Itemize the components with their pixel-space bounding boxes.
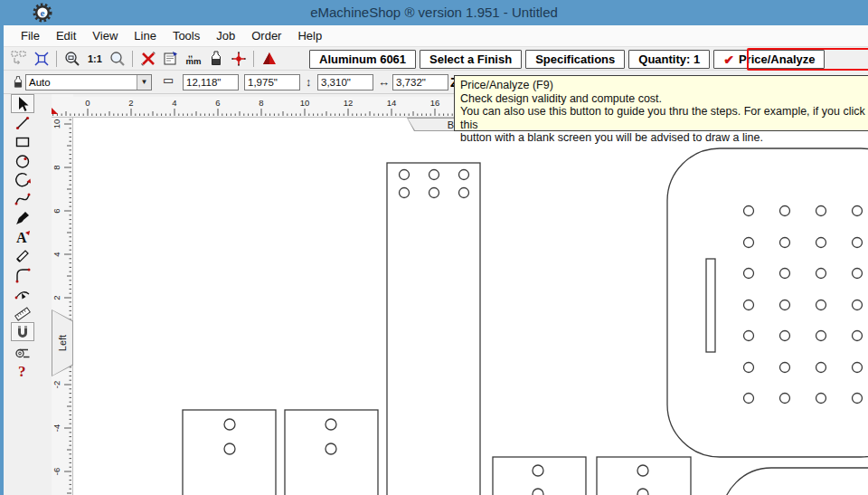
- menu-file[interactable]: File: [13, 26, 48, 45]
- drill-hole[interactable]: [853, 238, 863, 248]
- drill-hole[interactable]: [326, 443, 336, 454]
- menu-help[interactable]: Help: [289, 26, 330, 45]
- combo-dropdown-arrow[interactable]: ▼: [137, 75, 151, 90]
- red-checkmark-icon: ✔: [723, 52, 734, 67]
- drill-hole[interactable]: [400, 170, 410, 180]
- specifications-button[interactable]: Specifications: [525, 50, 625, 69]
- drill-hole[interactable]: [853, 300, 863, 310]
- properties-icon[interactable]: [159, 49, 182, 69]
- drill-hole[interactable]: [637, 489, 648, 495]
- delete-icon[interactable]: [137, 49, 159, 69]
- drill-hole[interactable]: [224, 443, 235, 454]
- drill-hole[interactable]: [780, 300, 790, 310]
- knife-tool[interactable]: [11, 246, 34, 265]
- drill-hole[interactable]: [429, 170, 439, 180]
- drill-hole[interactable]: [816, 394, 826, 404]
- measure-tool[interactable]: [11, 303, 34, 322]
- drawing-canvas[interactable]: [73, 118, 868, 495]
- fillet-tool[interactable]: [11, 265, 34, 284]
- units-mm-icon[interactable]: ,,mm: [182, 49, 204, 69]
- part-outline[interactable]: [285, 410, 378, 495]
- drill-hole[interactable]: [744, 238, 754, 248]
- tab-left-view[interactable]: Left: [52, 309, 73, 376]
- menu-view[interactable]: View: [84, 26, 126, 45]
- drill-hole[interactable]: [637, 465, 648, 476]
- drill-hole[interactable]: [816, 269, 826, 279]
- width-field[interactable]: [183, 74, 239, 90]
- button-label: Specifications: [535, 52, 615, 66]
- zoom-in-icon[interactable]: [106, 49, 128, 69]
- spline-tool[interactable]: [11, 189, 34, 208]
- drill-hole[interactable]: [744, 206, 754, 216]
- view-3d-icon[interactable]: [258, 49, 280, 69]
- unroll-tool[interactable]: [11, 341, 34, 360]
- drill-hole[interactable]: [744, 363, 754, 373]
- quantity-1-button[interactable]: Quantity: 1: [628, 50, 710, 69]
- drill-hole[interactable]: [853, 331, 863, 341]
- zoom-window-icon[interactable]: [61, 49, 83, 69]
- drill-hole[interactable]: [459, 188, 469, 198]
- drill-hole[interactable]: [744, 394, 754, 404]
- drill-hole[interactable]: [816, 331, 826, 341]
- drill-hole[interactable]: [816, 363, 826, 373]
- drill-hole[interactable]: [459, 170, 469, 180]
- drill-hole[interactable]: [816, 300, 826, 310]
- drill-hole[interactable]: [533, 465, 543, 476]
- menu-line[interactable]: Line: [126, 26, 165, 45]
- multi-view-icon[interactable]: [7, 49, 30, 69]
- text-tool[interactable]: A: [11, 227, 34, 246]
- drill-hole[interactable]: [853, 363, 863, 373]
- drill-hole[interactable]: [400, 188, 410, 198]
- fill-style-icon[interactable]: [11, 74, 25, 90]
- menu-order[interactable]: Order: [243, 26, 289, 45]
- line-style-select[interactable]: Auto ▼: [25, 74, 152, 90]
- drill-hole[interactable]: [326, 419, 336, 430]
- fill-style-icon[interactable]: [204, 49, 227, 69]
- drill-hole[interactable]: [816, 238, 826, 248]
- drill-hole[interactable]: [780, 394, 790, 404]
- pos-y-field[interactable]: [317, 74, 373, 90]
- drill-hole[interactable]: [224, 419, 235, 430]
- toolbar-separator: [56, 51, 57, 67]
- drill-hole[interactable]: [780, 363, 790, 373]
- drill-hole[interactable]: [744, 269, 754, 279]
- part-outline[interactable]: [667, 148, 868, 457]
- circle-tool[interactable]: [11, 151, 34, 170]
- price-analyze-button[interactable]: ✔Price/Analyze: [713, 50, 825, 69]
- select-a-finish-button[interactable]: Select a Finish: [420, 50, 522, 69]
- magnet-snap-tool[interactable]: [11, 322, 34, 341]
- height-field[interactable]: [244, 74, 300, 90]
- pan-view-icon[interactable]: [30, 49, 52, 69]
- part-outline[interactable]: [706, 259, 715, 352]
- arc-tool[interactable]: [11, 170, 34, 189]
- drill-hole[interactable]: [853, 269, 863, 279]
- drill-hole[interactable]: [533, 489, 543, 495]
- node-edit-tool[interactable]: [11, 284, 34, 303]
- menu-edit[interactable]: Edit: [48, 26, 84, 45]
- select-tool[interactable]: [11, 94, 34, 113]
- app-gear-icon[interactable]: e: [33, 3, 52, 23]
- pos-x-field[interactable]: [392, 74, 448, 90]
- drill-hole[interactable]: [780, 206, 790, 216]
- drill-hole[interactable]: [780, 238, 790, 248]
- freehand-tool[interactable]: [11, 208, 34, 227]
- drill-hole[interactable]: [744, 331, 754, 341]
- origin-point-icon[interactable]: [227, 49, 250, 69]
- zoom-1-1-icon[interactable]: 1:1: [83, 49, 106, 69]
- part-outline[interactable]: [183, 410, 276, 495]
- menu-job[interactable]: Job: [208, 26, 243, 45]
- drill-hole[interactable]: [429, 188, 439, 198]
- rectangle-tool[interactable]: [11, 132, 34, 151]
- drill-hole[interactable]: [744, 300, 754, 310]
- line-tool[interactable]: [11, 113, 34, 132]
- drill-hole[interactable]: [780, 269, 790, 279]
- drill-hole[interactable]: [853, 394, 863, 404]
- aluminum-6061-button[interactable]: Aluminum 6061: [309, 50, 416, 69]
- drill-hole[interactable]: [816, 206, 826, 216]
- menu-tools[interactable]: Tools: [165, 26, 208, 45]
- help-tool[interactable]: ?: [11, 360, 34, 379]
- drill-hole[interactable]: [780, 331, 790, 341]
- part-outline[interactable]: [722, 468, 868, 495]
- part-outline[interactable]: [387, 163, 480, 495]
- drill-hole[interactable]: [853, 206, 863, 216]
